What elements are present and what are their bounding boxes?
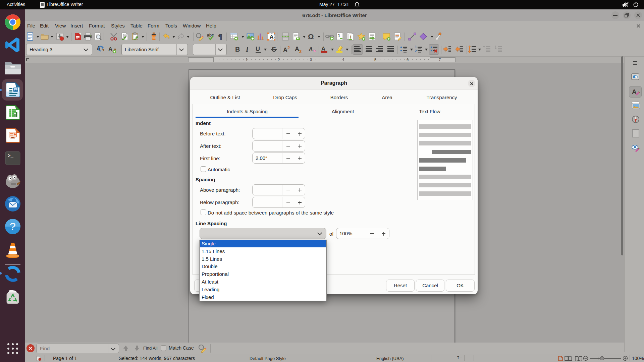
svg-text:A: A xyxy=(270,34,274,40)
svg-text:1: 1 xyxy=(338,33,340,38)
svg-text:2: 2 xyxy=(415,49,417,53)
svg-text:A: A xyxy=(309,46,314,53)
svg-text:A: A xyxy=(283,47,287,53)
svg-text:A: A xyxy=(108,46,112,52)
svg-text:>_: >_ xyxy=(8,153,13,159)
svg-text:A: A xyxy=(321,46,325,52)
svg-text:Ω: Ω xyxy=(308,33,314,41)
svg-text:?: ? xyxy=(10,221,16,233)
svg-text:¶: ¶ xyxy=(218,32,222,41)
svg-text:2: 2 xyxy=(299,49,302,54)
svg-text:1: 1 xyxy=(415,45,417,49)
svg-text:i: i xyxy=(350,35,352,40)
svg-text:I: I xyxy=(246,46,249,53)
svg-text:A: A xyxy=(295,46,299,52)
svg-text:U: U xyxy=(256,46,260,52)
svg-text:2: 2 xyxy=(287,45,290,50)
svg-text:B: B xyxy=(235,46,240,53)
svg-text:A: A xyxy=(632,88,637,95)
